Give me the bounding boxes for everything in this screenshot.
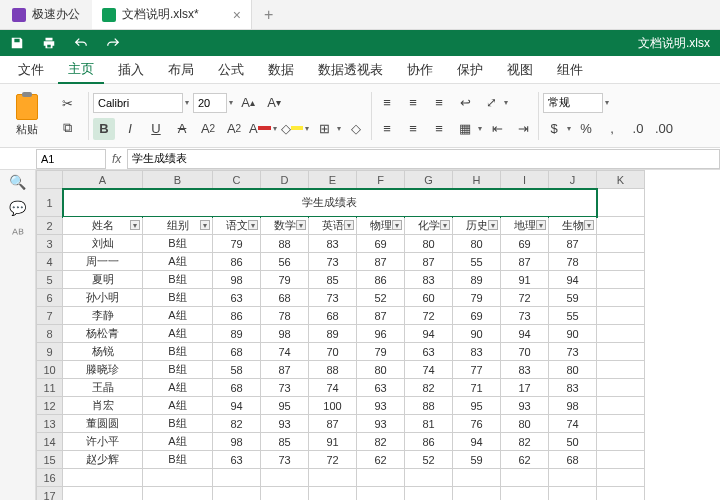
table-cell[interactable]: 85: [309, 271, 357, 289]
cell[interactable]: [597, 415, 645, 433]
table-cell[interactable]: 60: [405, 289, 453, 307]
row-header[interactable]: 1: [37, 189, 63, 217]
filter-icon[interactable]: ▾: [130, 220, 140, 230]
wrap-text-icon[interactable]: ↩: [454, 92, 476, 114]
column-header-A[interactable]: A: [63, 171, 143, 189]
table-cell[interactable]: 88: [309, 361, 357, 379]
row-header[interactable]: 11: [37, 379, 63, 397]
table-cell[interactable]: 杨锐: [63, 343, 143, 361]
table-cell[interactable]: 93: [357, 415, 405, 433]
merge-cells-icon[interactable]: ▦: [454, 118, 476, 140]
column-header-G[interactable]: G: [405, 171, 453, 189]
document-tab[interactable]: 文档说明.xlsx* ×: [92, 0, 252, 29]
column-header-C[interactable]: C: [213, 171, 261, 189]
table-cell[interactable]: 85: [261, 433, 309, 451]
table-cell[interactable]: 74: [261, 343, 309, 361]
table-cell[interactable]: 80: [549, 361, 597, 379]
table-cell[interactable]: B组: [143, 415, 213, 433]
align-middle-icon[interactable]: ≡: [402, 92, 424, 114]
table-cell[interactable]: 17: [501, 379, 549, 397]
undo-icon[interactable]: [74, 36, 88, 50]
table-cell[interactable]: 93: [501, 397, 549, 415]
cell[interactable]: [261, 487, 309, 501]
select-all-corner[interactable]: [37, 171, 63, 189]
table-cell[interactable]: 78: [549, 253, 597, 271]
cell[interactable]: [597, 397, 645, 415]
table-cell[interactable]: 74: [549, 415, 597, 433]
cell[interactable]: [597, 189, 645, 217]
chevron-down-icon[interactable]: ▾: [273, 124, 277, 133]
table-cell[interactable]: 87: [261, 361, 309, 379]
table-cell[interactable]: 90: [549, 325, 597, 343]
table-cell[interactable]: 100: [309, 397, 357, 415]
table-cell[interactable]: 59: [549, 289, 597, 307]
table-cell[interactable]: 90: [453, 325, 501, 343]
indent-increase-icon[interactable]: ⇥: [512, 118, 534, 140]
table-cell[interactable]: 73: [309, 289, 357, 307]
cell[interactable]: [597, 379, 645, 397]
table-cell[interactable]: 63: [357, 379, 405, 397]
table-cell[interactable]: 80: [405, 235, 453, 253]
table-cell[interactable]: 83: [549, 379, 597, 397]
table-cell[interactable]: 87: [405, 253, 453, 271]
filter-icon[interactable]: ▾: [584, 220, 594, 230]
clear-format-button[interactable]: ◇: [345, 118, 367, 140]
table-cell[interactable]: 69: [501, 235, 549, 253]
row-header[interactable]: 13: [37, 415, 63, 433]
column-header-F[interactable]: F: [357, 171, 405, 189]
table-cell[interactable]: 63: [213, 289, 261, 307]
cell[interactable]: [597, 271, 645, 289]
formula-bar[interactable]: [127, 149, 720, 169]
font-color-button[interactable]: A: [249, 118, 271, 140]
table-header-cell[interactable]: 组别▾: [143, 217, 213, 235]
cell[interactable]: [597, 325, 645, 343]
table-cell[interactable]: 73: [309, 253, 357, 271]
table-cell[interactable]: 88: [405, 397, 453, 415]
chevron-down-icon[interactable]: ▾: [478, 124, 482, 133]
filter-icon[interactable]: ▾: [296, 220, 306, 230]
table-cell[interactable]: A组: [143, 253, 213, 271]
table-cell[interactable]: 56: [261, 253, 309, 271]
menu-插入[interactable]: 插入: [108, 57, 154, 83]
number-format-select[interactable]: [543, 93, 603, 113]
table-cell[interactable]: 86: [213, 253, 261, 271]
table-cell[interactable]: 62: [357, 451, 405, 469]
table-cell[interactable]: 68: [309, 307, 357, 325]
cell[interactable]: [143, 487, 213, 501]
table-cell[interactable]: 72: [501, 289, 549, 307]
save-icon[interactable]: [10, 36, 24, 50]
table-cell[interactable]: 96: [357, 325, 405, 343]
cell[interactable]: [597, 307, 645, 325]
table-cell[interactable]: 刘灿: [63, 235, 143, 253]
column-header-D[interactable]: D: [261, 171, 309, 189]
table-cell[interactable]: 70: [501, 343, 549, 361]
table-cell[interactable]: 夏明: [63, 271, 143, 289]
row-header[interactable]: 6: [37, 289, 63, 307]
table-cell[interactable]: 76: [453, 415, 501, 433]
column-header-B[interactable]: B: [143, 171, 213, 189]
table-cell[interactable]: A组: [143, 433, 213, 451]
table-cell[interactable]: 82: [357, 433, 405, 451]
table-cell[interactable]: 72: [405, 307, 453, 325]
table-header-cell[interactable]: 历史▾: [453, 217, 501, 235]
increase-font-icon[interactable]: A▴: [237, 92, 259, 114]
cell[interactable]: [309, 487, 357, 501]
row-header[interactable]: 17: [37, 487, 63, 501]
borders-button[interactable]: ⊞: [313, 118, 335, 140]
cell[interactable]: [597, 343, 645, 361]
cell[interactable]: [405, 469, 453, 487]
cell[interactable]: [357, 469, 405, 487]
filter-icon[interactable]: ▾: [344, 220, 354, 230]
search-icon[interactable]: 🔍: [9, 174, 26, 190]
row-header[interactable]: 14: [37, 433, 63, 451]
table-cell[interactable]: 77: [453, 361, 501, 379]
row-header[interactable]: 4: [37, 253, 63, 271]
cell[interactable]: [63, 469, 143, 487]
menu-布局[interactable]: 布局: [158, 57, 204, 83]
table-cell[interactable]: 86: [213, 307, 261, 325]
table-cell[interactable]: 79: [213, 235, 261, 253]
row-header[interactable]: 8: [37, 325, 63, 343]
table-cell[interactable]: 89: [213, 325, 261, 343]
table-cell[interactable]: 73: [501, 307, 549, 325]
table-cell[interactable]: 94: [453, 433, 501, 451]
